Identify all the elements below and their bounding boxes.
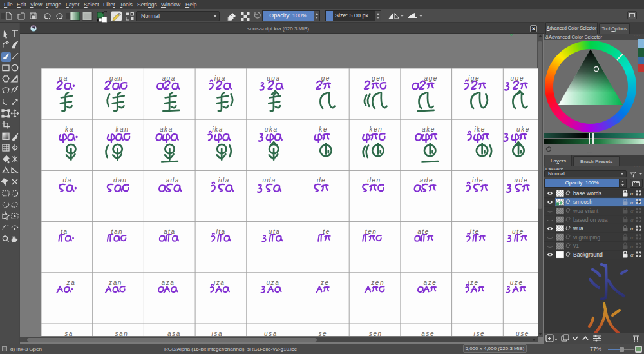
svg-text:α: α [630,217,634,223]
svg-text:age: age [424,75,439,82]
svg-text:isa: isa [212,330,223,336]
svg-text:ge: ge [321,75,330,82]
svg-text:kan: kan [115,126,129,133]
svg-text:wua vriant: wua vriant [573,208,599,214]
svg-text:ize: ize [468,279,479,286]
svg-text:ise: ise [474,330,486,336]
svg-text:zan: zan [108,279,122,286]
svg-text:base words: base words [573,190,601,197]
svg-text:smoosh: smoosh [573,199,592,205]
svg-text:uka: uka [265,126,278,133]
svg-text:uta: uta [269,228,281,235]
svg-text:gan: gan [109,75,124,82]
svg-text:usa: usa [264,330,278,336]
svg-text:ze: ze [320,279,330,286]
svg-text:sa: sa [64,330,73,336]
svg-text:α: α [630,199,634,206]
svg-text:Background: Background [573,251,603,258]
svg-text:ada: ada [166,177,180,184]
svg-text:α: α [630,190,634,197]
svg-text:iza: iza [214,279,225,286]
svg-text:ita: ita [216,228,225,235]
svg-text:ute: ute [512,228,524,235]
svg-text:zen: zen [370,279,384,286]
svg-text:v1: v1 [573,242,579,249]
svg-text:de: de [317,177,326,184]
svg-text:based on wua: based on wua [573,217,608,223]
svg-text:ten: ten [365,228,377,235]
svg-text:dan: dan [113,177,128,184]
svg-text:ida: ida [218,177,230,184]
svg-text:ide: ide [472,177,484,184]
svg-text:za: za [66,279,76,286]
svg-text:α: α [630,243,634,250]
svg-text:α: α [630,208,634,214]
svg-text:vi grouping: vi grouping [573,234,600,241]
svg-text:asa: asa [167,330,181,336]
svg-text:aza: aza [162,279,175,286]
svg-text:ata: ata [164,228,176,235]
svg-text:ase: ase [421,330,435,336]
svg-text:da: da [63,177,72,184]
svg-text:aka: aka [160,126,173,133]
svg-text:ake: ake [422,126,435,133]
svg-text:ke: ke [319,126,328,133]
svg-text:san: san [115,330,129,336]
svg-text:α: α [630,225,634,231]
svg-text:uga: uga [267,75,281,82]
svg-text:uke: uke [516,126,530,133]
svg-text:tan: tan [111,228,124,235]
svg-text:te: te [323,228,330,235]
svg-text:uze: uze [510,279,524,286]
svg-text:ta: ta [61,228,68,235]
svg-text:den: den [367,177,381,184]
svg-text:ken: ken [370,126,383,133]
svg-text:se: se [318,330,327,336]
svg-text:use: use [516,330,529,336]
svg-text:α: α [630,234,634,241]
svg-text:ka: ka [65,126,74,133]
svg-text:uza: uza [266,279,279,286]
svg-text:uda: uda [262,177,276,184]
svg-text:ika: ika [212,126,223,133]
svg-text:ate: ate [417,228,430,235]
svg-text:gen: gen [372,75,386,82]
svg-text:ike: ike [474,126,486,133]
svg-text:α: α [630,251,634,258]
svg-text:ite: ite [470,228,480,235]
svg-text:ade: ade [420,177,434,184]
svg-text:sen: sen [369,330,383,336]
svg-text:wua: wua [573,225,583,231]
svg-text:ude: ude [515,177,529,184]
svg-text:aze: aze [424,279,437,286]
